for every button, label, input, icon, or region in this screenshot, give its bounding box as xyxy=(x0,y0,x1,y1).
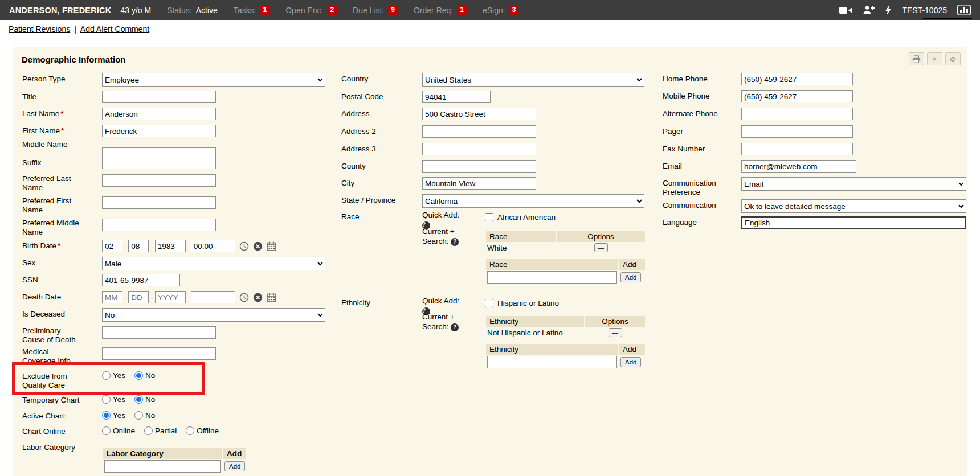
race-add-input[interactable] xyxy=(487,271,617,284)
address3-input[interactable] xyxy=(422,143,536,155)
counter-due-list[interactable]: Due List: 9 xyxy=(353,5,398,15)
esign-badge[interactable]: 3 xyxy=(509,5,519,15)
open-enc-badge[interactable]: 2 xyxy=(327,5,337,15)
preferred-last-name-input[interactable] xyxy=(102,174,216,187)
birth-time-clock-icon[interactable] xyxy=(239,241,249,251)
temporary-chart-no-radio[interactable] xyxy=(134,395,143,404)
first-name-input[interactable] xyxy=(102,125,216,137)
is-deceased-select[interactable]: No xyxy=(102,308,325,322)
death-time-clock-icon[interactable] xyxy=(239,293,249,302)
add-patient-icon[interactable] xyxy=(863,5,875,15)
death-year-input[interactable] xyxy=(155,291,186,303)
state-province-row: State / Province California xyxy=(341,194,644,208)
remove-race-button[interactable]: — xyxy=(594,243,608,252)
birth-date-clear-icon[interactable] xyxy=(253,241,263,251)
exclude-quality-no[interactable]: No xyxy=(134,371,155,380)
postal-code-input[interactable] xyxy=(422,91,491,103)
chart-online-partial-radio[interactable] xyxy=(144,426,153,435)
counter-open-enc[interactable]: Open Enc: 2 xyxy=(285,5,337,15)
communication-preference-select[interactable]: Email xyxy=(741,177,966,191)
birth-month-input[interactable] xyxy=(102,240,122,252)
chart-online-online[interactable]: Online xyxy=(102,426,135,435)
tasks-badge[interactable]: 1 xyxy=(260,5,270,15)
race-add-button[interactable]: Add xyxy=(620,272,641,282)
preliminary-cause-input[interactable] xyxy=(102,326,216,339)
death-time-input[interactable] xyxy=(191,291,235,303)
birth-year-input[interactable] xyxy=(155,240,186,252)
email-input[interactable] xyxy=(741,160,856,173)
address3-label: Address 3 xyxy=(341,143,422,154)
birth-day-input[interactable] xyxy=(128,240,149,252)
due-list-badge[interactable]: 9 xyxy=(388,5,398,15)
video-camera-icon[interactable] xyxy=(839,6,852,14)
active-chart-no[interactable]: No xyxy=(134,411,155,420)
title-input[interactable] xyxy=(102,91,216,103)
temporary-chart-yes-radio[interactable] xyxy=(102,395,111,404)
death-date-clear-icon[interactable] xyxy=(253,293,263,302)
ssn-input[interactable] xyxy=(102,274,180,286)
chart-online-offline-radio[interactable] xyxy=(186,426,194,435)
remove-ethnicity-button[interactable]: — xyxy=(609,328,622,337)
county-input[interactable] xyxy=(422,160,536,173)
birth-date-calendar-icon[interactable] xyxy=(267,241,276,251)
print-icon[interactable] xyxy=(909,52,924,65)
person-type-select[interactable]: Employee xyxy=(102,73,325,87)
counter-tasks[interactable]: Tasks: 1 xyxy=(234,5,270,15)
communication-select[interactable]: Ok to leave detailed message xyxy=(741,199,966,213)
state-province-select[interactable]: California xyxy=(422,194,644,208)
quick-actions-lightning-icon[interactable] xyxy=(885,5,892,15)
ethnicity-add-input[interactable] xyxy=(487,356,617,368)
help-icon[interactable]: ? xyxy=(451,323,459,331)
race-label-row: Race xyxy=(341,211,360,221)
patient-revisions-link[interactable]: Patient Revisions xyxy=(9,24,70,34)
labor-category-input[interactable] xyxy=(104,460,221,473)
preferred-middle-name-input[interactable] xyxy=(102,219,216,231)
chart-online-online-radio[interactable] xyxy=(102,426,111,435)
death-month-input[interactable] xyxy=(102,291,122,303)
counter-order-req[interactable]: Order Req: 1 xyxy=(414,5,467,15)
language-input[interactable] xyxy=(741,216,966,229)
counter-esign[interactable]: eSign: 3 xyxy=(483,5,518,15)
preferred-first-name-input[interactable] xyxy=(102,196,216,209)
order-req-label: Order Req: xyxy=(414,6,453,15)
death-date-calendar-icon[interactable] xyxy=(267,293,276,302)
race-african-american-checkbox[interactable] xyxy=(485,213,493,221)
temporary-chart-no[interactable]: No xyxy=(134,395,155,404)
address-input[interactable] xyxy=(422,108,536,120)
race-african-american-option[interactable]: African American xyxy=(485,213,556,221)
chart-flowsheet-icon[interactable] xyxy=(957,5,971,15)
disable-icon[interactable]: ⊘ xyxy=(945,52,961,65)
ethnicity-hispanic-option[interactable]: Hispanic or Latino xyxy=(485,299,559,307)
fax-number-input[interactable] xyxy=(741,143,853,155)
birth-time-input[interactable] xyxy=(191,240,235,252)
add-alert-comment-link[interactable]: Add Alert Comment xyxy=(80,24,149,34)
sex-select[interactable]: Male xyxy=(102,257,325,270)
help-icon[interactable]: ? xyxy=(451,238,459,246)
address2-input[interactable] xyxy=(422,125,536,138)
exclude-quality-yes-radio[interactable] xyxy=(102,371,111,380)
ethnicity-add-button[interactable]: Add xyxy=(620,357,641,367)
city-row: City xyxy=(341,177,536,190)
exclude-quality-yes[interactable]: Yes xyxy=(102,371,125,380)
active-chart-no-radio[interactable] xyxy=(134,411,143,420)
collapse-icon[interactable]: » xyxy=(927,52,942,65)
pager-input[interactable] xyxy=(741,125,853,138)
city-input[interactable] xyxy=(422,177,536,190)
mobile-phone-input[interactable] xyxy=(741,90,853,102)
chart-online-partial[interactable]: Partial xyxy=(144,426,177,435)
chart-online-offline[interactable]: Offline xyxy=(186,426,219,435)
exclude-quality-no-radio[interactable] xyxy=(134,371,143,380)
home-phone-input[interactable] xyxy=(741,73,853,85)
active-chart-yes[interactable]: Yes xyxy=(102,411,125,420)
temporary-chart-yes[interactable]: Yes xyxy=(102,395,125,404)
labor-category-add-button[interactable]: Add xyxy=(224,461,245,471)
country-select[interactable]: United States xyxy=(422,73,644,87)
order-req-badge[interactable]: 1 xyxy=(457,5,467,15)
death-day-input[interactable] xyxy=(128,291,149,303)
ethnicity-hispanic-checkbox[interactable] xyxy=(485,299,493,307)
suffix-input[interactable] xyxy=(102,157,216,169)
alternate-phone-input[interactable] xyxy=(741,108,853,120)
last-name-input[interactable] xyxy=(102,108,216,120)
medical-coverage-input[interactable] xyxy=(102,347,216,360)
active-chart-yes-radio[interactable] xyxy=(102,411,111,420)
